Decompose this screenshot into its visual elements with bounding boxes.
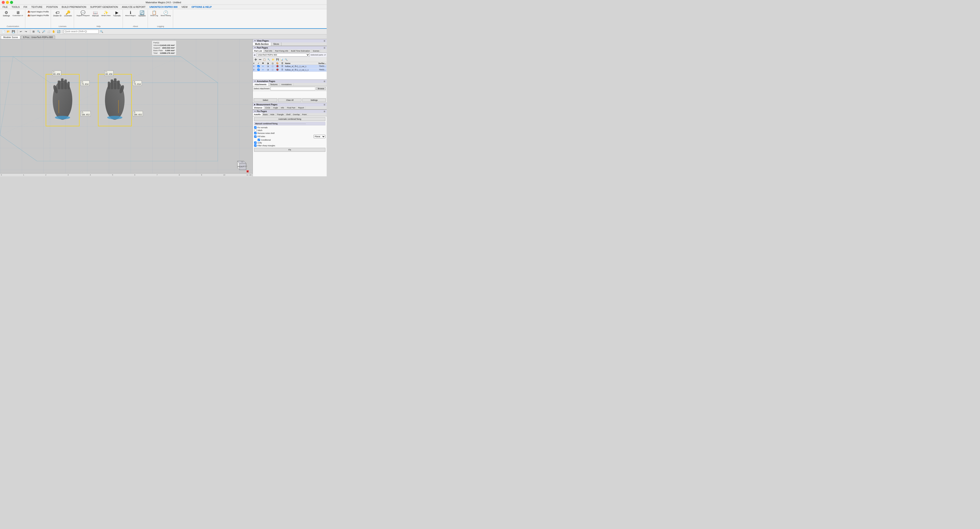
- tab-shell[interactable]: Shell: [285, 113, 292, 116]
- about-magics-button[interactable]: ℹ About Magics: [124, 10, 137, 17]
- show-log-button[interactable]: 📋 Show Log: [149, 10, 159, 17]
- tab-textures[interactable]: Textures: [269, 83, 280, 86]
- pl-btn-8[interactable]: 🔍: [284, 58, 288, 62]
- menu-options-help[interactable]: OPTIONS & HELP: [190, 5, 213, 9]
- part-pages-expand[interactable]: ⊞: [324, 47, 325, 49]
- tab-info[interactable]: Info: [280, 106, 286, 109]
- tb-undo[interactable]: ↩: [19, 29, 23, 34]
- menu-analyze-report[interactable]: ANALYZE & REPORT: [120, 5, 147, 9]
- fill-holes-select[interactable]: Planar Curved Smooth: [313, 135, 325, 138]
- attachment-input[interactable]: [270, 87, 315, 91]
- tb-pan[interactable]: ✋: [51, 29, 56, 34]
- nav-cube[interactable]: FRONT TOP RIGHT ✕: [233, 157, 248, 172]
- unify-checkbox[interactable]: [254, 141, 256, 144]
- tab-circle[interactable]: Circle: [264, 106, 272, 109]
- tab-part-fixing-info[interactable]: Part Fixing Info: [274, 49, 290, 52]
- maximize-button[interactable]: [10, 1, 13, 4]
- pl-btn-6[interactable]: 💾: [275, 58, 279, 62]
- tab-point[interactable]: Point: [301, 113, 308, 116]
- tb-save[interactable]: 💾: [11, 29, 16, 34]
- tab-final-part[interactable]: Final Part: [286, 106, 297, 109]
- tb-zoom-fit[interactable]: ⊞: [31, 29, 36, 34]
- part-2-checkbox[interactable]: [258, 68, 259, 71]
- tab-modeler-scene[interactable]: Modeler Scene: [1, 35, 20, 39]
- filter-sharp-triangles-checkbox[interactable]: [254, 145, 256, 147]
- part-row-1[interactable]: 1 ● ◑ ◻: [253, 65, 327, 68]
- menu-file[interactable]: FILE: [1, 5, 10, 9]
- tab-angle[interactable]: Angle: [272, 106, 280, 109]
- fill-holes-checkbox[interactable]: [254, 135, 256, 138]
- fix-normals-checkbox[interactable]: [254, 126, 256, 129]
- tab-multi-section[interactable]: Multi-Section: [253, 43, 271, 46]
- tab-basic[interactable]: Basic: [262, 113, 269, 116]
- select-button[interactable]: Select: [254, 98, 277, 102]
- tab-autofix[interactable]: Autofix: [253, 113, 262, 116]
- annotation-pages-expand[interactable]: ⊞: [324, 80, 325, 83]
- manual-button[interactable]: 📖 Manual: [91, 10, 100, 17]
- tab-part-info[interactable]: Part Info: [264, 49, 274, 52]
- dealer-id-button[interactable]: 🏷 Dealer ID: [52, 10, 63, 17]
- menu-support-generation[interactable]: SUPPORT GENERATION: [88, 5, 120, 9]
- part-1-checkbox[interactable]: [258, 65, 259, 67]
- tab-overlap[interactable]: Overlap: [292, 113, 301, 116]
- part-row-2[interactable]: 2 ● ◑ ◻: [253, 68, 327, 72]
- show-history-button[interactable]: 🕐 Show History: [159, 10, 172, 17]
- tab-triangle[interactable]: Triangle: [276, 113, 285, 116]
- export-magics-profile-button[interactable]: 📤 Export Magics Profile: [27, 14, 50, 17]
- menu-texture[interactable]: TEXTURE: [29, 5, 44, 9]
- customize-ui-button[interactable]: 🖥 Customize UI: [11, 10, 24, 17]
- import-magics-profile-button[interactable]: 📥 Import Magics Profile: [27, 10, 50, 13]
- machine-select[interactable]: UnionTech RSPro 800: [256, 53, 310, 57]
- annotation-settings-button[interactable]: Settings: [302, 98, 326, 102]
- win-controls[interactable]: [2, 1, 13, 4]
- pl-btn-3[interactable]: 📋: [262, 58, 266, 62]
- tab-report[interactable]: Report: [297, 106, 305, 109]
- pl-btn-1[interactable]: ➕: [254, 58, 258, 62]
- support-request-button[interactable]: 💬 Support Request: [75, 10, 91, 17]
- tutorials-button[interactable]: ▶ Tutorials: [112, 10, 122, 17]
- annotation-pages-header[interactable]: ▼ Annotation Pages ⊞: [253, 80, 327, 83]
- remove-noise-shell-checkbox[interactable]: [254, 132, 256, 134]
- menu-fix[interactable]: FIX: [22, 5, 29, 9]
- pl-btn-4[interactable]: 🔧: [267, 58, 271, 62]
- tab-scenes[interactable]: Scenes: [312, 49, 321, 52]
- browse-button[interactable]: Browse: [316, 87, 326, 90]
- menu-build-preparation[interactable]: BUILD PREPARATION: [60, 5, 88, 9]
- automatic-combined-fixing-button[interactable]: Automatic combined fixing: [254, 117, 325, 121]
- nav-cube-close[interactable]: ✕: [247, 170, 249, 172]
- search-button[interactable]: 🔍: [99, 29, 104, 34]
- fix-pages-expand[interactable]: ⊞: [324, 110, 325, 113]
- licenses-button[interactable]: 🔑 Licenses: [63, 10, 73, 17]
- measurement-pages-header[interactable]: ▶ Measurement Pages ⊞: [253, 103, 327, 106]
- updates-button[interactable]: 🔄 Updates: [137, 10, 147, 17]
- menu-position[interactable]: POSITION: [45, 5, 60, 9]
- settings-button[interactable]: ⚙ Settings: [2, 10, 11, 17]
- whats-new-button[interactable]: ✨ What's New: [100, 10, 111, 17]
- tab-attachments[interactable]: Attachments: [253, 83, 269, 86]
- minimize-button[interactable]: [6, 1, 9, 4]
- measurement-pages-expand[interactable]: ⊞: [324, 103, 325, 106]
- tab-slices[interactable]: Slices: [271, 43, 282, 46]
- tab-hole[interactable]: Hole: [269, 113, 276, 116]
- view-pages-expand[interactable]: ⊞: [324, 40, 325, 42]
- tab-build-time-estimation[interactable]: Build Time Estimation: [290, 49, 312, 52]
- conditional-checkbox[interactable]: [258, 139, 260, 141]
- pl-btn-5[interactable]: 📁: [271, 58, 275, 62]
- tb-rotate[interactable]: 🔃: [56, 29, 61, 34]
- tab-distance[interactable]: Distance: [253, 106, 264, 109]
- tab-part-list[interactable]: Part List: [253, 49, 264, 52]
- menu-view[interactable]: VIEW: [180, 5, 189, 9]
- pl-btn-2[interactable]: ➖: [258, 58, 262, 62]
- stitch-checkbox[interactable]: [254, 129, 256, 132]
- tb-zoom-out[interactable]: 🔎: [41, 29, 46, 34]
- tab-annotations[interactable]: Annotations: [280, 83, 294, 86]
- tb-redo[interactable]: ↪: [24, 29, 28, 34]
- view-pages-header[interactable]: ▼ View Pages ⊞: [253, 39, 327, 43]
- menu-uniontech[interactable]: UNIONTECH RSPRO 800: [148, 5, 179, 9]
- menu-tools[interactable]: TOOLS: [10, 5, 21, 9]
- fix-button[interactable]: Fix: [254, 148, 325, 152]
- tb-new[interactable]: 📄: [1, 29, 6, 34]
- tab-build-scene[interactable]: 8.Proc.: UnionTech RSPro 800: [21, 35, 55, 39]
- fix-pages-header[interactable]: ▼ Fix Pages ⊞: [253, 110, 327, 113]
- close-button[interactable]: [2, 1, 5, 4]
